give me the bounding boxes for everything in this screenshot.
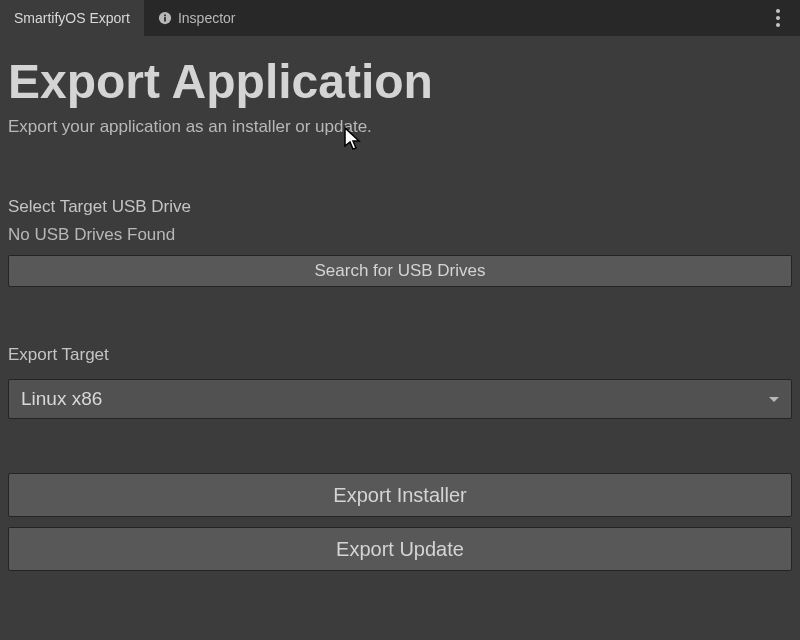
tab-label: Inspector bbox=[178, 10, 236, 26]
export-installer-button[interactable]: Export Installer bbox=[8, 473, 792, 517]
usb-status: No USB Drives Found bbox=[8, 225, 792, 245]
button-label: Export Installer bbox=[333, 484, 466, 507]
search-usb-button[interactable]: Search for USB Drives bbox=[8, 255, 792, 287]
target-section: Export Target Linux x86 bbox=[8, 345, 792, 419]
button-label: Export Update bbox=[336, 538, 464, 561]
usb-label: Select Target USB Drive bbox=[8, 197, 792, 217]
content-area: Export Application Export your applicati… bbox=[0, 36, 800, 579]
svg-rect-1 bbox=[164, 17, 166, 21]
tab-label: SmartifyOS Export bbox=[14, 10, 130, 26]
page-title: Export Application bbox=[8, 54, 792, 109]
export-target-dropdown[interactable]: Linux x86 bbox=[8, 379, 792, 419]
export-update-button[interactable]: Export Update bbox=[8, 527, 792, 571]
export-actions: Export Installer Export Update bbox=[8, 473, 792, 571]
page-subtitle: Export your application as an installer … bbox=[8, 117, 792, 137]
svg-rect-2 bbox=[164, 15, 166, 17]
kebab-menu-button[interactable] bbox=[766, 0, 790, 36]
tab-inspector[interactable]: Inspector bbox=[144, 0, 250, 36]
dropdown-selected: Linux x86 bbox=[21, 388, 102, 410]
usb-section: Select Target USB Drive No USB Drives Fo… bbox=[8, 197, 792, 287]
target-label: Export Target bbox=[8, 345, 792, 365]
tab-export[interactable]: SmartifyOS Export bbox=[0, 0, 144, 36]
button-label: Search for USB Drives bbox=[315, 261, 486, 281]
tab-bar: SmartifyOS Export Inspector bbox=[0, 0, 800, 36]
kebab-icon bbox=[776, 9, 780, 27]
info-icon bbox=[158, 11, 172, 25]
chevron-down-icon bbox=[769, 397, 779, 402]
